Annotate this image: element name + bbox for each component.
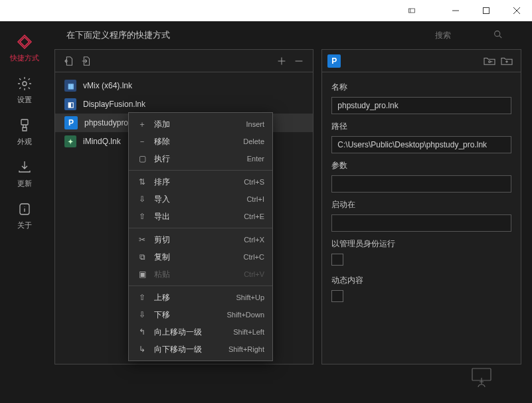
shortcuts-panel: ▦ vMix (x64).lnk ◧ DisplayFusion.lnk P p… [54, 49, 313, 364]
folder-open-icon[interactable] [499, 54, 514, 68]
menu-item-icon: ⇧ [137, 293, 147, 302]
menu-item-icon: － [137, 136, 147, 147]
menu-item-icon: ⇅ [137, 177, 147, 187]
menu-item-shortcut: Ctrl+I [246, 195, 264, 203]
menu-item-shortcut: Ctrl+S [244, 178, 264, 186]
app-icon: ✦ [64, 135, 76, 147]
menu-item-label: 上移 [154, 292, 230, 303]
menu-item-icon: ⇩ [137, 195, 147, 204]
context-menu-item[interactable]: ⇧导出Ctrl+E [129, 208, 272, 225]
context-menu-item[interactable]: ▢执行Enter [129, 150, 272, 167]
args-field[interactable] [331, 175, 511, 193]
context-menu-item[interactable]: ⇩下移Shift+Down [129, 306, 272, 323]
menu-item-shortcut: Ctrl+C [244, 253, 264, 261]
context-menu-item[interactable]: ⇅排序Ctrl+S [129, 173, 272, 191]
list-item[interactable]: ◧ DisplayFusion.lnk [55, 95, 313, 114]
svg-point-11 [495, 31, 500, 37]
svg-point-6 [23, 82, 27, 86]
minimize-button[interactable] [440, 0, 471, 21]
file-name: phpstudypro [84, 118, 128, 127]
sidebar-item-label: 更新 [17, 179, 32, 189]
sidebar-item-label: 设置 [17, 95, 32, 105]
menu-item-icon: ▢ [137, 154, 147, 163]
menu-item-label: 排序 [154, 177, 237, 188]
context-menu-item[interactable]: ↳向下移动一级Shift+Right [129, 341, 272, 358]
svg-rect-0 [409, 9, 415, 13]
menu-item-icon: ⧉ [137, 252, 147, 262]
menu-item-icon: ✂ [137, 235, 147, 244]
info-icon [16, 201, 33, 218]
context-menu-item[interactable]: ⧉复制Ctrl+C [129, 248, 272, 266]
path-field[interactable] [331, 136, 511, 153]
menu-item-icon: ↰ [137, 327, 147, 337]
sidebar-item-settings[interactable]: 设置 [16, 75, 33, 105]
menu-item-label: 执行 [154, 153, 240, 165]
file-out-icon[interactable] [79, 54, 94, 68]
menu-item-label: 导出 [154, 211, 237, 222]
menu-item-label: 添加 [154, 119, 239, 130]
remove-icon[interactable] [292, 54, 306, 68]
menu-item-shortcut: Shift+Down [226, 311, 264, 319]
menu-item-icon: ▣ [137, 270, 147, 279]
add-icon[interactable] [274, 54, 289, 68]
folder-key-icon[interactable] [482, 54, 497, 68]
titlebar-extra-icon[interactable] [397, 0, 427, 21]
app-icon: ◧ [64, 98, 76, 110]
diamond-icon [16, 33, 33, 50]
context-menu-item[interactable]: ⇧上移Shift+Up [129, 289, 272, 306]
close-button[interactable] [501, 0, 532, 21]
context-menu-item[interactable]: －移除Delete [129, 133, 272, 150]
search-input[interactable] [435, 31, 488, 40]
context-menu-item[interactable]: ⇩导入Ctrl+I [129, 191, 272, 208]
app-icon: ▦ [64, 80, 76, 92]
name-field[interactable] [331, 97, 511, 114]
context-menu-item[interactable]: ✂剪切Ctrl+X [129, 231, 272, 248]
menu-item-label: 移除 [154, 136, 236, 147]
shortcut-list: ▦ vMix (x64).lnk ◧ DisplayFusion.lnk P p… [55, 72, 313, 155]
admin-label: 以管理员身份运行 [331, 238, 511, 250]
maximize-button[interactable] [471, 0, 501, 21]
list-item[interactable]: ▦ vMix (x64).lnk [55, 76, 313, 95]
svg-rect-3 [484, 8, 489, 14]
file-in-icon[interactable] [62, 54, 76, 68]
touch-icon [468, 367, 495, 392]
brush-icon [16, 117, 33, 134]
download-icon [16, 159, 33, 176]
file-name: iMindQ.lnk [83, 137, 121, 146]
gear-icon [16, 75, 33, 92]
admin-checkbox[interactable] [331, 254, 343, 266]
path-label: 路径 [331, 121, 511, 132]
context-menu-item: ▣粘贴Ctrl+V [129, 266, 272, 283]
sidebar-item-label: 外观 [17, 137, 32, 147]
context-menu-item[interactable]: ↰向上移动一级Shift+Left [129, 323, 272, 341]
menu-item-shortcut: Enter [247, 155, 264, 163]
menu-item-icon: ＋ [137, 119, 147, 130]
menu-item-label: 导入 [154, 194, 240, 205]
selected-app-icon: P [327, 54, 341, 68]
dynamic-checkbox[interactable] [331, 290, 343, 302]
menu-item-shortcut: Insert [246, 120, 264, 128]
file-name: DisplayFusion.lnk [83, 100, 145, 109]
sidebar-item-shortcuts[interactable]: 快捷方式 [10, 33, 39, 63]
svg-line-12 [499, 36, 501, 38]
sidebar-item-about[interactable]: 关于 [16, 201, 33, 230]
menu-item-label: 剪切 [154, 234, 237, 246]
search-box[interactable] [435, 30, 521, 40]
menu-item-shortcut: Shift+Up [236, 293, 265, 301]
menu-item-label: 粘贴 [154, 269, 237, 280]
startin-field[interactable] [331, 214, 511, 232]
menu-item-icon: ⇧ [137, 212, 147, 221]
sidebar-item-update[interactable]: 更新 [16, 159, 33, 189]
name-label: 名称 [331, 82, 511, 93]
menu-item-label: 向下移动一级 [154, 344, 222, 355]
menu-item-shortcut: Shift+Left [233, 328, 264, 336]
menu-item-shortcut: Ctrl+V [244, 270, 264, 278]
app-icon: P [64, 116, 78, 129]
context-menu: ＋添加Insert－移除Delete▢执行Enter⇅排序Ctrl+S⇩导入Ct… [128, 112, 273, 361]
sidebar-item-appearance[interactable]: 外观 [16, 117, 33, 147]
args-label: 参数 [331, 160, 511, 171]
menu-item-label: 复制 [154, 252, 237, 263]
context-menu-item[interactable]: ＋添加Insert [129, 116, 272, 133]
menu-item-icon: ⇩ [137, 310, 147, 319]
menu-item-shortcut: Ctrl+X [244, 236, 264, 244]
